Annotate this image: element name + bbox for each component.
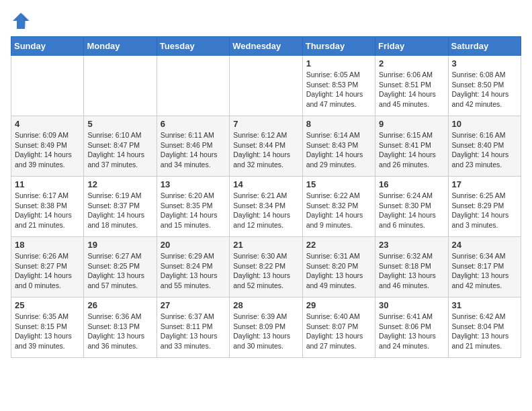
logo (11, 11, 34, 31)
day-number: 21 (233, 240, 298, 250)
calendar-cell: 19Sunrise: 6:27 AM Sunset: 8:25 PM Dayli… (84, 237, 157, 298)
calendar-week-row: 25Sunrise: 6:35 AM Sunset: 8:15 PM Dayli… (11, 298, 521, 358)
calendar-week-row: 11Sunrise: 6:17 AM Sunset: 8:38 PM Dayli… (11, 177, 521, 237)
calendar-cell (230, 56, 302, 116)
day-number: 31 (452, 300, 517, 310)
day-detail: Sunrise: 6:22 AM Sunset: 8:32 PM Dayligh… (306, 191, 371, 230)
day-number: 25 (15, 300, 80, 310)
day-number: 16 (379, 179, 444, 189)
day-number: 10 (452, 119, 517, 129)
day-detail: Sunrise: 6:10 AM Sunset: 8:47 PM Dayligh… (87, 130, 152, 170)
calendar-cell: 5Sunrise: 6:10 AM Sunset: 8:47 PM Daylig… (84, 116, 157, 177)
calendar-cell: 23Sunrise: 6:32 AM Sunset: 8:18 PM Dayli… (375, 237, 448, 298)
day-number: 8 (306, 119, 371, 129)
calendar-cell: 15Sunrise: 6:22 AM Sunset: 8:32 PM Dayli… (302, 177, 375, 237)
calendar-cell: 22Sunrise: 6:31 AM Sunset: 8:20 PM Dayli… (302, 237, 375, 298)
day-detail: Sunrise: 6:24 AM Sunset: 8:30 PM Dayligh… (379, 191, 444, 230)
day-number: 24 (452, 240, 517, 250)
calendar-cell: 26Sunrise: 6:36 AM Sunset: 8:13 PM Dayli… (84, 298, 157, 358)
day-detail: Sunrise: 6:09 AM Sunset: 8:49 PM Dayligh… (15, 130, 80, 170)
calendar-cell: 9Sunrise: 6:15 AM Sunset: 8:41 PM Daylig… (375, 116, 448, 177)
calendar: SundayMondayTuesdayWednesdayThursdayFrid… (11, 36, 521, 358)
calendar-cell: 4Sunrise: 6:09 AM Sunset: 8:49 PM Daylig… (11, 116, 84, 177)
day-detail: Sunrise: 6:15 AM Sunset: 8:41 PM Dayligh… (379, 130, 444, 170)
day-detail: Sunrise: 6:20 AM Sunset: 8:35 PM Dayligh… (161, 191, 226, 230)
calendar-cell: 21Sunrise: 6:30 AM Sunset: 8:22 PM Dayli… (230, 237, 302, 298)
weekday-header: Tuesday (157, 37, 229, 56)
weekday-header: Sunday (11, 37, 84, 56)
day-number: 28 (233, 300, 298, 310)
day-detail: Sunrise: 6:26 AM Sunset: 8:27 PM Dayligh… (15, 251, 80, 291)
calendar-header-row: SundayMondayTuesdayWednesdayThursdayFrid… (11, 37, 521, 56)
day-detail: Sunrise: 6:19 AM Sunset: 8:37 PM Dayligh… (87, 191, 152, 230)
calendar-cell (157, 56, 229, 116)
day-number: 5 (87, 119, 152, 129)
day-detail: Sunrise: 6:37 AM Sunset: 8:11 PM Dayligh… (161, 312, 226, 351)
day-number: 30 (379, 300, 444, 310)
calendar-cell: 10Sunrise: 6:16 AM Sunset: 8:40 PM Dayli… (448, 116, 521, 177)
calendar-cell: 2Sunrise: 6:06 AM Sunset: 8:51 PM Daylig… (375, 56, 448, 116)
day-detail: Sunrise: 6:31 AM Sunset: 8:20 PM Dayligh… (306, 251, 371, 291)
day-detail: Sunrise: 6:11 AM Sunset: 8:46 PM Dayligh… (161, 130, 226, 170)
day-number: 26 (87, 300, 152, 310)
day-number: 27 (161, 300, 226, 310)
day-number: 1 (306, 58, 371, 68)
day-number: 23 (379, 240, 444, 250)
day-detail: Sunrise: 6:06 AM Sunset: 8:51 PM Dayligh… (379, 70, 444, 109)
calendar-cell: 31Sunrise: 6:42 AM Sunset: 8:04 PM Dayli… (448, 298, 521, 358)
calendar-cell (11, 56, 84, 116)
calendar-cell: 3Sunrise: 6:08 AM Sunset: 8:50 PM Daylig… (448, 56, 521, 116)
day-detail: Sunrise: 6:25 AM Sunset: 8:29 PM Dayligh… (452, 191, 517, 230)
calendar-cell: 18Sunrise: 6:26 AM Sunset: 8:27 PM Dayli… (11, 237, 84, 298)
day-detail: Sunrise: 6:42 AM Sunset: 8:04 PM Dayligh… (452, 312, 517, 351)
day-detail: Sunrise: 6:17 AM Sunset: 8:38 PM Dayligh… (15, 191, 80, 230)
day-number: 12 (87, 179, 152, 189)
calendar-cell: 13Sunrise: 6:20 AM Sunset: 8:35 PM Dayli… (157, 177, 229, 237)
day-detail: Sunrise: 6:14 AM Sunset: 8:43 PM Dayligh… (306, 130, 371, 170)
day-detail: Sunrise: 6:34 AM Sunset: 8:17 PM Dayligh… (452, 251, 517, 291)
day-number: 11 (15, 179, 80, 189)
day-number: 4 (15, 119, 80, 129)
weekday-header: Friday (375, 37, 448, 56)
calendar-cell: 25Sunrise: 6:35 AM Sunset: 8:15 PM Dayli… (11, 298, 84, 358)
calendar-cell: 27Sunrise: 6:37 AM Sunset: 8:11 PM Dayli… (157, 298, 229, 358)
day-number: 19 (87, 240, 152, 250)
day-number: 13 (161, 179, 226, 189)
calendar-cell: 30Sunrise: 6:41 AM Sunset: 8:06 PM Dayli… (375, 298, 448, 358)
day-detail: Sunrise: 6:40 AM Sunset: 8:07 PM Dayligh… (306, 312, 371, 351)
calendar-cell: 20Sunrise: 6:29 AM Sunset: 8:24 PM Dayli… (157, 237, 229, 298)
day-detail: Sunrise: 6:36 AM Sunset: 8:13 PM Dayligh… (87, 312, 152, 351)
day-detail: Sunrise: 6:30 AM Sunset: 8:22 PM Dayligh… (233, 251, 298, 291)
day-number: 18 (15, 240, 80, 250)
day-number: 20 (161, 240, 226, 250)
day-number: 9 (379, 119, 444, 129)
day-number: 17 (452, 179, 517, 189)
day-number: 22 (306, 240, 371, 250)
calendar-cell: 28Sunrise: 6:39 AM Sunset: 8:09 PM Dayli… (230, 298, 302, 358)
day-detail: Sunrise: 6:05 AM Sunset: 8:53 PM Dayligh… (306, 70, 371, 109)
day-number: 15 (306, 179, 371, 189)
day-number: 2 (379, 58, 444, 68)
day-detail: Sunrise: 6:39 AM Sunset: 8:09 PM Dayligh… (233, 312, 298, 351)
weekday-header: Wednesday (230, 37, 302, 56)
calendar-week-row: 1Sunrise: 6:05 AM Sunset: 8:53 PM Daylig… (11, 56, 521, 116)
calendar-cell: 14Sunrise: 6:21 AM Sunset: 8:34 PM Dayli… (230, 177, 302, 237)
day-number: 29 (306, 300, 371, 310)
day-number: 7 (233, 119, 298, 129)
calendar-cell: 17Sunrise: 6:25 AM Sunset: 8:29 PM Dayli… (448, 177, 521, 237)
weekday-header: Saturday (448, 37, 521, 56)
calendar-cell: 6Sunrise: 6:11 AM Sunset: 8:46 PM Daylig… (157, 116, 229, 177)
day-detail: Sunrise: 6:35 AM Sunset: 8:15 PM Dayligh… (15, 312, 80, 351)
logo-icon (11, 11, 31, 31)
calendar-cell: 8Sunrise: 6:14 AM Sunset: 8:43 PM Daylig… (302, 116, 375, 177)
calendar-cell: 7Sunrise: 6:12 AM Sunset: 8:44 PM Daylig… (230, 116, 302, 177)
day-detail: Sunrise: 6:32 AM Sunset: 8:18 PM Dayligh… (379, 251, 444, 291)
day-number: 6 (161, 119, 226, 129)
calendar-cell: 11Sunrise: 6:17 AM Sunset: 8:38 PM Dayli… (11, 177, 84, 237)
calendar-cell: 24Sunrise: 6:34 AM Sunset: 8:17 PM Dayli… (448, 237, 521, 298)
calendar-cell: 12Sunrise: 6:19 AM Sunset: 8:37 PM Dayli… (84, 177, 157, 237)
calendar-cell: 16Sunrise: 6:24 AM Sunset: 8:30 PM Dayli… (375, 177, 448, 237)
calendar-cell: 1Sunrise: 6:05 AM Sunset: 8:53 PM Daylig… (302, 56, 375, 116)
day-detail: Sunrise: 6:08 AM Sunset: 8:50 PM Dayligh… (452, 70, 517, 109)
calendar-cell (84, 56, 157, 116)
